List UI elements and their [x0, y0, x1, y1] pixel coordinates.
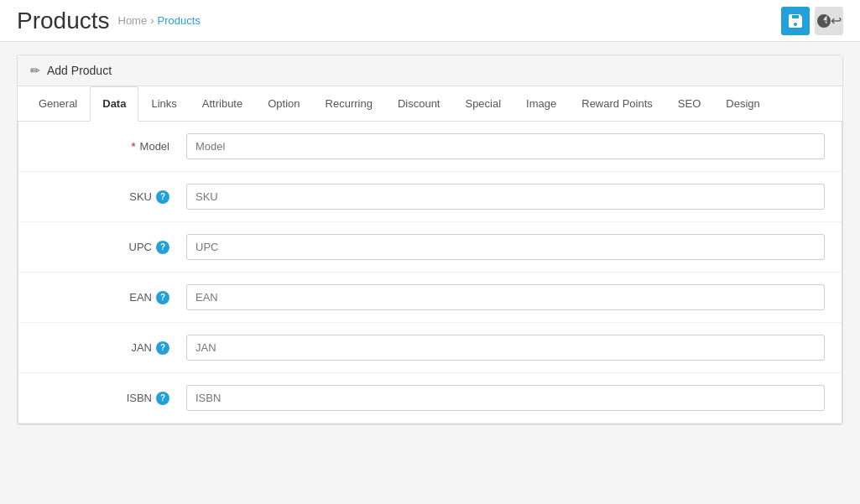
tab-special[interactable]: Special — [452, 86, 513, 122]
panel-heading: ✏ Add Product — [18, 55, 842, 86]
header-left: Products Home › Products — [17, 8, 201, 34]
input-wrap-jan — [186, 335, 825, 361]
help-icon-upc[interactable]: ? — [156, 241, 169, 254]
form-group-model: * Model — [18, 122, 842, 172]
page-header: Products Home › Products ↩ — [0, 0, 860, 42]
help-icon-ean[interactable]: ? — [156, 291, 169, 304]
input-wrap-upc — [186, 234, 825, 260]
back-icon — [817, 14, 831, 28]
input-wrap-sku — [186, 184, 825, 210]
upc-input[interactable] — [186, 234, 825, 260]
tab-image[interactable]: Image — [513, 86, 569, 122]
label-isbn: ISBN? — [35, 392, 186, 405]
label-model: * Model — [35, 140, 186, 153]
breadcrumb-current[interactable]: Products — [158, 14, 201, 27]
tab-seo[interactable]: SEO — [665, 86, 713, 122]
tab-option[interactable]: Option — [255, 86, 312, 122]
tab-links[interactable]: Links — [138, 86, 189, 122]
help-icon-sku[interactable]: ? — [156, 190, 169, 204]
product-panel: ✏ Add Product GeneralDataLinksAttributeO… — [17, 55, 843, 425]
breadcrumb-home[interactable]: Home — [118, 14, 148, 27]
form-group-isbn: ISBN? — [18, 373, 842, 423]
ean-input[interactable] — [186, 284, 825, 310]
label-upc: UPC? — [35, 241, 186, 254]
breadcrumb-separator: › — [150, 14, 154, 27]
form-group-sku: SKU? — [18, 172, 842, 222]
pencil-icon: ✏ — [30, 64, 40, 77]
panel-title: Add Product — [47, 64, 112, 77]
form-group-upc: UPC? — [18, 222, 842, 273]
required-star-model: * — [132, 140, 136, 153]
form-group-jan: JAN? — [18, 323, 842, 373]
label-jan: JAN? — [35, 341, 186, 355]
tab-recurring[interactable]: Recurring — [313, 86, 385, 122]
tab-attribute[interactable]: Attribute — [190, 86, 255, 122]
label-text-jan: JAN — [131, 341, 152, 354]
help-icon-isbn[interactable]: ? — [156, 392, 169, 405]
content: ✏ Add Product GeneralDataLinksAttributeO… — [0, 42, 860, 438]
form-area: * ModelSKU?UPC?EAN?JAN?ISBN? — [18, 122, 842, 424]
label-text-upc: UPC — [129, 241, 152, 253]
input-wrap-isbn — [186, 385, 825, 411]
model-input[interactable] — [186, 133, 825, 159]
label-text-isbn: ISBN — [127, 392, 152, 404]
label-text-ean: EAN — [129, 291, 152, 304]
label-text-sku: SKU — [129, 190, 152, 203]
tabs-wrapper: GeneralDataLinksAttributeOptionRecurring… — [18, 86, 842, 122]
tab-reward-points[interactable]: Reward Points — [569, 86, 665, 122]
tab-discount[interactable]: Discount — [385, 86, 453, 122]
isbn-input[interactable] — [186, 385, 825, 411]
tab-design[interactable]: Design — [713, 86, 772, 122]
save-icon — [789, 14, 802, 28]
save-button[interactable] — [781, 7, 810, 35]
input-wrap-ean — [186, 284, 825, 310]
form-group-ean: EAN? — [18, 273, 842, 323]
help-icon-jan[interactable]: ? — [156, 341, 169, 355]
tab-general[interactable]: General — [26, 86, 90, 122]
label-text-model: Model — [140, 140, 169, 153]
label-sku: SKU? — [35, 190, 186, 204]
page-title: Products — [17, 8, 110, 34]
sku-input[interactable] — [186, 184, 825, 210]
back-button[interactable]: ↩ — [815, 7, 843, 35]
label-ean: EAN? — [35, 291, 186, 304]
jan-input[interactable] — [186, 335, 825, 361]
input-wrap-model — [186, 133, 825, 159]
breadcrumb: Home › Products — [118, 14, 201, 27]
header-buttons: ↩ — [781, 7, 843, 35]
tab-data[interactable]: Data — [90, 86, 138, 122]
tabs-list: GeneralDataLinksAttributeOptionRecurring… — [26, 86, 834, 121]
